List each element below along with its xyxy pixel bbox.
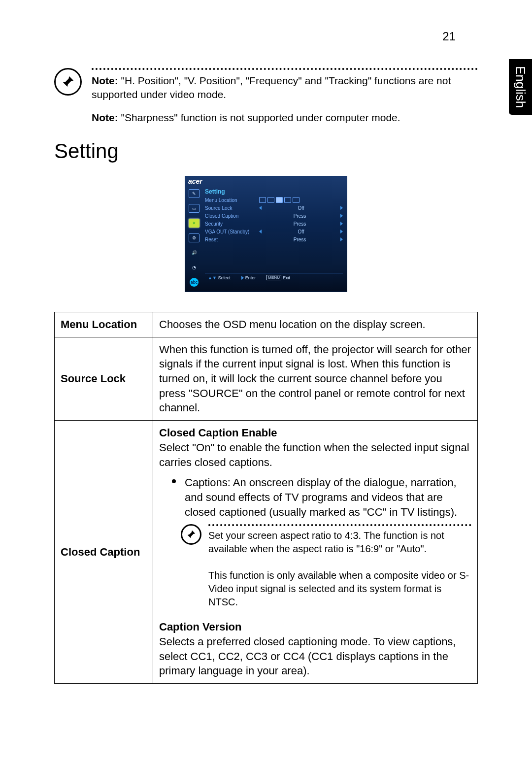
osd-tab-image-icon: ▭: [189, 204, 200, 213]
osd-sidebar: ✎ ▭ ✦ ⚙ 🔊 ◔ abc: [185, 186, 203, 292]
source-lock-label: Source Lock: [55, 337, 153, 420]
osd-footer-exit: Exit: [283, 275, 290, 280]
cc-bullet-text: Captions: An onscreen display of the dia…: [185, 475, 471, 519]
language-tab: English: [509, 59, 532, 115]
note-1-label: Note:: [92, 75, 118, 86]
section-title: Setting: [54, 139, 478, 163]
osd-screenshot: acer ✎ ▭ ✦ ⚙ 🔊 ◔ abc Setting Menu Locati…: [185, 176, 347, 292]
osd-row-label: VGA OUT (Standby): [205, 229, 259, 234]
caption-version-title: Caption Version: [159, 621, 241, 633]
osd-footer-enter: Enter: [245, 275, 256, 280]
osd-row-value: Press: [294, 237, 306, 242]
osd-row-value: Press: [294, 221, 306, 227]
osd-tab-audio-icon: 🔊: [189, 248, 200, 257]
table-row: Closed Caption Closed Caption Enable Sel…: [55, 421, 478, 684]
settings-table: Menu Location Chooses the OSD menu locat…: [54, 312, 478, 684]
osd-tab-color-icon: ✎: [189, 189, 200, 198]
osd-row-value: Off: [298, 205, 304, 211]
menu-location-icons: [259, 197, 299, 203]
osd-row: Security Press: [205, 220, 343, 228]
osd-row-label: Closed Caption: [205, 213, 259, 219]
osd-row-value: Off: [298, 229, 304, 234]
right-arrow-icon: [340, 230, 343, 233]
right-arrow-icon: [340, 237, 343, 241]
right-arrow-icon: [340, 222, 343, 226]
cc-enable-desc: Select "On" to enable the function when …: [159, 441, 469, 468]
right-arrow-icon: [241, 276, 244, 280]
osd-row-label: Security: [205, 221, 259, 227]
note-2: Note: "Sharpness" function is not suppor…: [92, 111, 478, 125]
osd-heading: Setting: [205, 188, 343, 195]
osd-tab-timer-icon: ◔: [189, 263, 200, 272]
osd-row: Closed Caption Press: [205, 212, 343, 220]
note-2-text: "Sharpness" function is not supported un…: [118, 112, 400, 123]
closed-caption-label: Closed Caption: [55, 421, 153, 684]
osd-footer: ▲▼Select Enter MENUExit: [205, 273, 343, 282]
left-arrow-icon: [259, 230, 262, 233]
osd-tab-management-icon: ⚙: [189, 233, 200, 242]
osd-tab-language-icon: abc: [190, 278, 199, 287]
closed-caption-desc-cell: Closed Caption Enable Select "On" to ena…: [153, 421, 478, 684]
page-number: 21: [54, 30, 478, 43]
updown-arrow-icon: ▲▼: [208, 275, 217, 280]
right-arrow-icon: [340, 206, 343, 210]
osd-footer-select: Select: [218, 275, 231, 280]
bullet-icon: [172, 479, 176, 483]
pin-note-icon: [54, 68, 82, 96]
menu-location-desc: Chooses the OSD menu location on the dis…: [153, 312, 478, 337]
table-row: Menu Location Chooses the OSD menu locat…: [55, 312, 478, 337]
osd-row-label: Menu Location: [205, 198, 259, 203]
menu-location-label: Menu Location: [55, 312, 153, 337]
osd-row-value: Press: [294, 213, 306, 219]
cc-enable-title: Closed Caption Enable: [159, 427, 277, 439]
osd-row: Source Lock Off: [205, 204, 343, 212]
left-arrow-icon: [259, 206, 262, 210]
osd-row-label: Reset: [205, 237, 259, 242]
menu-box-icon: MENU: [266, 275, 281, 280]
note-block: Note: "H. Position", "V. Position", "Fre…: [54, 68, 478, 125]
divider-dots: [208, 524, 471, 526]
right-arrow-icon: [340, 214, 343, 218]
divider-dots: [92, 68, 478, 70]
osd-row: Menu Location: [205, 196, 343, 204]
note-2-label: Note:: [92, 112, 118, 123]
osd-row-label: Source Lock: [205, 205, 259, 211]
osd-tab-setting-icon: ✦: [189, 219, 200, 228]
caption-version-desc: Selects a preferred closed captioning mo…: [159, 635, 456, 677]
osd-row: Reset Press: [205, 235, 343, 243]
table-row: Source Lock When this function is turned…: [55, 337, 478, 420]
osd-row: VGA OUT (Standby) Off: [205, 228, 343, 235]
note-1: Note: "H. Position", "V. Position", "Fre…: [92, 74, 478, 102]
cc-inline-note-1: Set your screen aspect ratio to 4:3. The…: [208, 529, 471, 556]
cc-inline-note-2: This function is only available when a c…: [208, 569, 471, 609]
osd-logo: acer: [188, 177, 202, 185]
source-lock-desc: When this function is turned off, the pr…: [153, 337, 478, 420]
note-1-text: "H. Position", "V. Position", "Frequency…: [92, 75, 451, 100]
pin-note-icon: [181, 524, 201, 545]
